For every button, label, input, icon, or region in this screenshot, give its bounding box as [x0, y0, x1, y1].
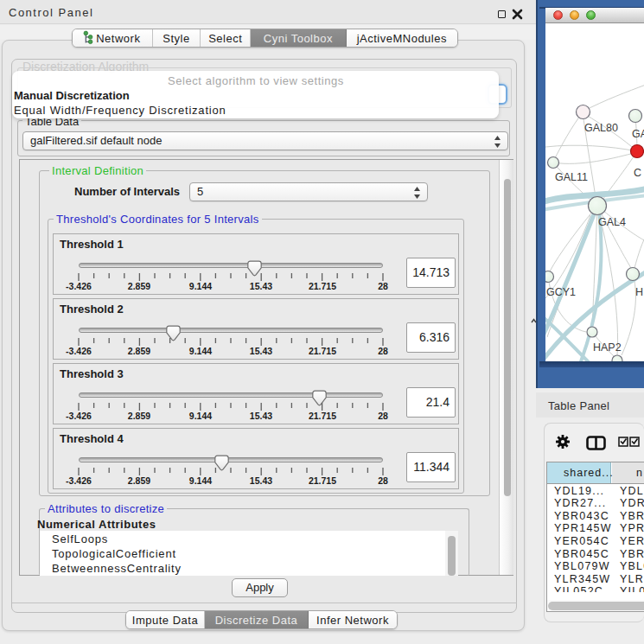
svg-text:C: C: [634, 167, 641, 179]
svg-text:GAL11: GAL11: [555, 171, 588, 183]
svg-text:GAL4: GAL4: [598, 216, 626, 228]
svg-text:HAP2: HAP2: [593, 341, 622, 354]
svg-text:GCY1: GCY1: [546, 286, 576, 298]
svg-text:GAL80: GAL80: [584, 122, 618, 134]
svg-text:H: H: [635, 286, 643, 298]
svg-text:GA: GA: [632, 128, 644, 140]
